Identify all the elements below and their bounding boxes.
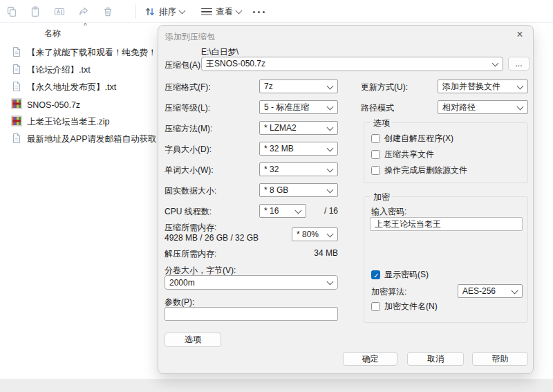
- sfx-checkbox[interactable]: [371, 134, 380, 143]
- view-label: 查看: [216, 6, 233, 18]
- shared-files-checkbox[interactable]: [371, 150, 380, 159]
- format-dropdown[interactable]: 7z: [259, 80, 338, 93]
- close-icon[interactable]: ×: [514, 28, 526, 41]
- solid-block-label: 固实数据大小:: [165, 185, 216, 197]
- encrypt-names-checkbox[interactable]: [371, 302, 380, 311]
- solid-block-dropdown[interactable]: * 8 GB: [259, 183, 338, 197]
- paste-icon[interactable]: [29, 6, 41, 18]
- encryption-group-title: 加密: [371, 192, 393, 203]
- file-row[interactable]: 【来了就能下载和观看！纯免费！】.txt: [0, 44, 158, 62]
- options-button[interactable]: 选项: [165, 333, 221, 347]
- view-button[interactable]: 查看: [201, 5, 241, 19]
- file-list: 【来了就能下载和观看！纯免费！】.txt 【论坛介绍】.txt 【永久地址发布页…: [0, 44, 158, 148]
- memory-decompress-label: 解压所需内存:: [165, 248, 216, 260]
- delete-icon[interactable]: [102, 6, 114, 18]
- file-row[interactable]: SNOS-050.7z: [0, 96, 158, 113]
- help-button[interactable]: 帮助: [472, 352, 528, 366]
- encryption-method-dropdown[interactable]: AES-256: [458, 284, 523, 298]
- dictionary-dropdown[interactable]: * 32 MB: [259, 142, 338, 156]
- winrar-archive-icon: [11, 115, 22, 129]
- sfx-checkbox-row[interactable]: 创建自解压程序(X): [371, 133, 453, 144]
- method-dropdown[interactable]: * LZMA2: [259, 121, 338, 135]
- rename-icon[interactable]: [53, 6, 66, 18]
- winrar-archive-icon: [11, 98, 22, 111]
- delete-after-checkbox[interactable]: [371, 166, 380, 175]
- delete-after-checkbox-row[interactable]: 操作完成后删除源文件: [371, 165, 467, 176]
- word-size-label: 单词大小(W):: [165, 165, 214, 176]
- update-mode-label: 更新方式(U):: [361, 82, 408, 93]
- format-label: 压缩格式(F):: [165, 82, 211, 93]
- text-file-icon: [11, 46, 22, 59]
- encryption-method-label: 加密算法:: [371, 286, 406, 298]
- dictionary-label: 字典大小(D):: [165, 144, 212, 156]
- file-row[interactable]: 【论坛介绍】.txt: [0, 62, 158, 79]
- level-label: 压缩等级(L):: [165, 102, 210, 114]
- sort-arrows-icon: [144, 6, 156, 17]
- share-icon[interactable]: [77, 6, 90, 18]
- memory-decompress-value: 34 MB: [290, 248, 338, 258]
- parameters-input[interactable]: [165, 307, 338, 321]
- text-file-icon: [11, 81, 22, 94]
- level-dropdown[interactable]: 5 - 标准压缩: [259, 100, 338, 114]
- window-bottom-edge: [0, 379, 553, 392]
- add-to-archive-dialog: 添加到压缩包 × 压缩包(A) E:\白日梦\ 王SNOS-050.7z ...…: [158, 25, 534, 374]
- more-options-button[interactable]: [253, 5, 265, 19]
- file-row[interactable]: 上老王论坛当老王.zip: [0, 113, 158, 131]
- update-mode-dropdown[interactable]: 添加并替换文件: [438, 80, 528, 93]
- sort-label: 排序: [159, 6, 176, 18]
- encrypt-names-checkbox-row[interactable]: 加密文件名(N): [371, 301, 438, 312]
- cpu-threads-label: CPU 线程数:: [165, 206, 212, 218]
- file-row[interactable]: 最新地址及APP请发邮箱自动获取！！！..: [0, 131, 158, 148]
- column-header-name[interactable]: 名称: [44, 28, 61, 39]
- word-size-dropdown[interactable]: * 32: [259, 162, 338, 176]
- password-input[interactable]: [370, 217, 523, 231]
- sort-button[interactable]: 排序: [144, 5, 185, 19]
- archive-name-combobox[interactable]: 王SNOS-050.7z: [201, 57, 503, 71]
- text-file-icon: [11, 133, 22, 146]
- shared-files-checkbox-row[interactable]: 压缩共享文件: [371, 149, 434, 160]
- text-file-icon: [11, 64, 22, 77]
- memory-percent-dropdown[interactable]: * 80%: [292, 227, 338, 241]
- explorer-toolbar: 排序 查看: [0, 0, 553, 23]
- chevron-down-icon: [236, 7, 243, 14]
- memory-compress-label: 压缩所需内存:: [165, 222, 216, 234]
- dialog-title: 添加到压缩包: [165, 31, 215, 43]
- ok-button[interactable]: 确定: [343, 352, 397, 366]
- cpu-threads-max: / 16: [319, 206, 338, 216]
- path-mode-label: 路径模式: [361, 102, 394, 114]
- copy-icon[interactable]: [6, 6, 18, 18]
- toolbar-divider: [135, 4, 136, 19]
- cancel-button[interactable]: 取消: [407, 352, 464, 366]
- options-group-title: 选项: [371, 118, 393, 129]
- sort-ascending-indicator[interactable]: ^: [84, 22, 87, 30]
- file-row[interactable]: 【永久地址发布页】.txt: [0, 79, 158, 96]
- chevron-down-icon: [179, 7, 186, 14]
- ellipsis-icon: [253, 11, 265, 13]
- memory-compress-detail: 4928 MB / 26 GB / 32 GB: [165, 233, 259, 243]
- browse-button[interactable]: ...: [508, 57, 529, 71]
- password-label: 输入密码:: [371, 206, 406, 218]
- cpu-threads-dropdown[interactable]: * 16: [259, 204, 306, 218]
- show-password-checkbox-row[interactable]: 显示密码(S): [371, 269, 429, 281]
- volume-size-combobox[interactable]: 2000m: [165, 275, 338, 290]
- archive-label: 压缩包(A): [165, 59, 200, 71]
- method-label: 压缩方法(M):: [165, 123, 212, 135]
- show-password-checkbox[interactable]: [371, 270, 380, 279]
- path-mode-dropdown[interactable]: 相对路径: [438, 100, 528, 114]
- view-lines-icon: [201, 8, 212, 16]
